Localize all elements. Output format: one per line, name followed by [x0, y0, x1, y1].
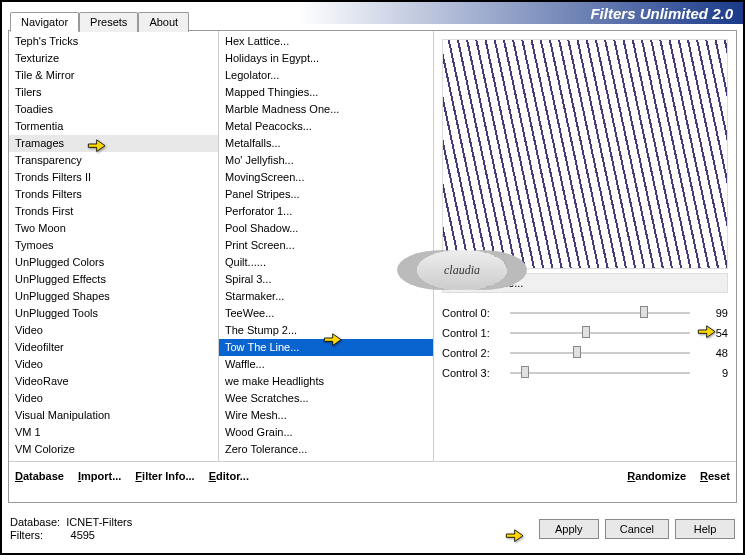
list-item[interactable]: Video — [9, 390, 218, 407]
category-list[interactable]: Teph's TricksTexturizeTile & MirrorTiler… — [9, 31, 219, 461]
control-slider[interactable] — [510, 312, 690, 314]
list-item[interactable]: Metalfalls... — [219, 135, 433, 152]
list-item[interactable]: Videofilter — [9, 339, 218, 356]
controls-group: Control 0:99Control 1:54Control 2:48Cont… — [442, 303, 728, 383]
list-item[interactable]: Print Screen... — [219, 237, 433, 254]
database-button[interactable]: Database — [15, 470, 64, 482]
list-item[interactable]: we make Headlights — [219, 373, 433, 390]
list-item[interactable]: TeeWee... — [219, 305, 433, 322]
list-item[interactable]: Teph's Tricks — [9, 33, 218, 50]
list-item[interactable]: Tramages — [9, 135, 218, 152]
right-panel: Tow The Line... Control 0:99Control 1:54… — [434, 31, 736, 461]
list-item[interactable]: Starmaker... — [219, 288, 433, 305]
list-item[interactable]: Metal Peacocks... — [219, 118, 433, 135]
db-value: ICNET-Filters — [66, 516, 132, 528]
list-item[interactable]: Two Moon — [9, 220, 218, 237]
list-item[interactable]: Marble Madness One... — [219, 101, 433, 118]
tab-navigator[interactable]: Navigator — [10, 12, 79, 32]
import-button[interactable]: Import... — [78, 470, 121, 482]
list-item[interactable]: Tronds Filters — [9, 186, 218, 203]
list-item[interactable]: Tronds Filters II — [9, 169, 218, 186]
control-row: Control 2:48 — [442, 343, 728, 363]
control-label: Control 1: — [442, 327, 502, 339]
db-label: Database: — [10, 516, 60, 528]
app-title: Filters Unlimited 2.0 — [590, 5, 733, 22]
list-item[interactable]: Transparency — [9, 152, 218, 169]
list-item[interactable]: Wire Mesh... — [219, 407, 433, 424]
list-item[interactable]: Waffle... — [219, 356, 433, 373]
list-item[interactable]: UnPlugged Effects — [9, 271, 218, 288]
list-item[interactable]: UnPlugged Colors — [9, 254, 218, 271]
control-row: Control 3:9 — [442, 363, 728, 383]
control-label: Control 2: — [442, 347, 502, 359]
list-item[interactable]: Zero Tolerance... — [219, 441, 433, 458]
list-item[interactable]: Wee Scratches... — [219, 390, 433, 407]
list-item[interactable]: Quilt...... — [219, 254, 433, 271]
list-item[interactable]: Mapped Thingies... — [219, 84, 433, 101]
list-item[interactable]: Holidays in Egypt... — [219, 50, 433, 67]
list-item[interactable]: Video — [9, 322, 218, 339]
list-item[interactable]: Hex Lattice... — [219, 33, 433, 50]
list-item[interactable]: Perforator 1... — [219, 203, 433, 220]
randomize-button[interactable]: Randomize — [627, 470, 686, 482]
list-item[interactable]: Visual Manipulation — [9, 407, 218, 424]
list-item[interactable]: Spiral 3... — [219, 271, 433, 288]
list-item[interactable]: Wood Grain... — [219, 424, 433, 441]
list-item[interactable]: VideoRave — [9, 373, 218, 390]
list-item[interactable]: Texturize — [9, 50, 218, 67]
watermark-badge: claudia — [417, 250, 507, 290]
control-slider[interactable] — [510, 352, 690, 354]
list-item[interactable]: Tormentia — [9, 118, 218, 135]
list-item[interactable]: Legolator... — [219, 67, 433, 84]
list-item[interactable]: The Stump 2... — [219, 322, 433, 339]
filters-label: Filters: — [10, 529, 43, 541]
list-item[interactable]: VM 1 — [9, 424, 218, 441]
control-value: 9 — [698, 367, 728, 379]
control-slider[interactable] — [510, 372, 690, 374]
cancel-button[interactable]: Cancel — [605, 519, 669, 539]
reset-button[interactable]: Reset — [700, 470, 730, 482]
footer-info: Database: ICNET-Filters Filters: 4595 — [10, 516, 132, 542]
control-row: Control 1:54 — [442, 323, 728, 343]
tab-presets[interactable]: Presets — [79, 12, 138, 32]
list-item[interactable]: Tronds First — [9, 203, 218, 220]
list-item[interactable]: Panel Stripes... — [219, 186, 433, 203]
control-slider[interactable] — [510, 332, 690, 334]
list-item[interactable]: Pool Shadow... — [219, 220, 433, 237]
preview-image — [442, 39, 728, 269]
list-item[interactable]: MovingScreen... — [219, 169, 433, 186]
list-item[interactable]: UnPlugged Tools — [9, 305, 218, 322]
content-panel: Teph's TricksTexturizeTile & MirrorTiler… — [8, 30, 737, 503]
apply-button[interactable]: Apply — [539, 519, 599, 539]
footer: Database: ICNET-Filters Filters: 4595 Ap… — [10, 509, 735, 549]
list-item[interactable]: Tymoes — [9, 237, 218, 254]
list-item[interactable]: Tile & Mirror — [9, 67, 218, 84]
control-value: 99 — [698, 307, 728, 319]
control-value: 54 — [698, 327, 728, 339]
tab-about[interactable]: About — [138, 12, 189, 32]
editor-button[interactable]: Editor... — [209, 470, 249, 482]
list-item[interactable]: Toadies — [9, 101, 218, 118]
list-item[interactable]: VM Colorize — [9, 441, 218, 458]
list-item[interactable]: Tilers — [9, 84, 218, 101]
control-label: Control 3: — [442, 367, 502, 379]
control-label: Control 0: — [442, 307, 502, 319]
list-item[interactable]: Mo' Jellyfish... — [219, 152, 433, 169]
control-value: 48 — [698, 347, 728, 359]
tab-strip: Navigator Presets About — [10, 12, 189, 32]
list-item[interactable]: Tow The Line... — [219, 339, 433, 356]
list-item[interactable]: UnPlugged Shapes — [9, 288, 218, 305]
filters-count: 4595 — [71, 529, 95, 541]
toolbar-row: Database Import... Filter Info... Editor… — [9, 461, 736, 490]
help-button[interactable]: Help — [675, 519, 735, 539]
list-item[interactable]: Video — [9, 356, 218, 373]
filterinfo-button[interactable]: Filter Info... — [135, 470, 194, 482]
filter-list[interactable]: Hex Lattice...Holidays in Egypt...Legola… — [219, 31, 434, 461]
control-row: Control 0:99 — [442, 303, 728, 323]
